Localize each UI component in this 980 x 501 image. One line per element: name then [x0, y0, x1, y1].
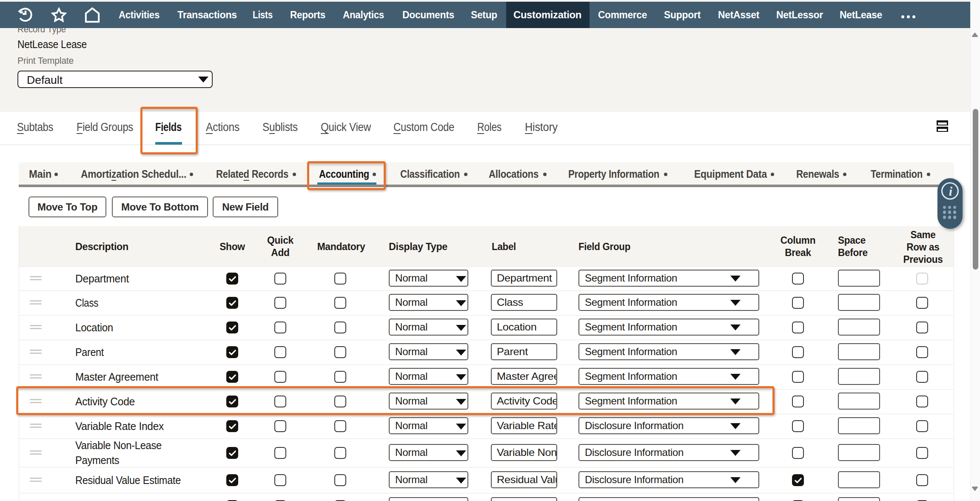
- svg-text:i: i: [949, 184, 953, 198]
